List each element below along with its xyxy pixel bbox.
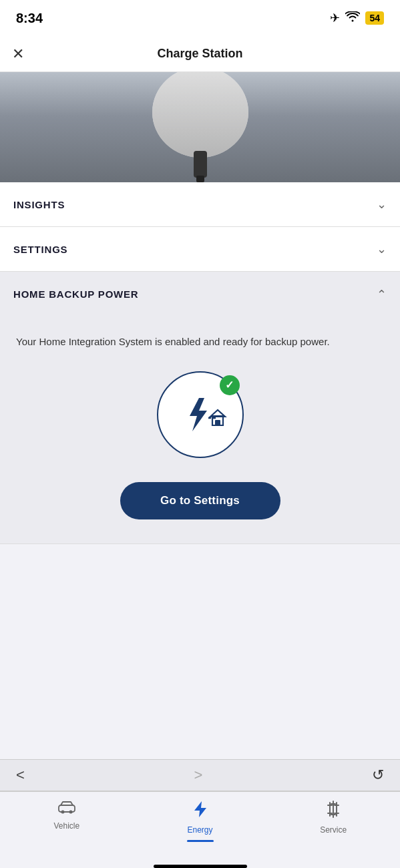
svg-marker-12 [194,801,206,817]
tab-service[interactable]: Service [266,797,400,845]
energy-icon [193,800,208,823]
svg-rect-2 [194,151,207,178]
page-header: ✕ Charge Station [0,36,400,72]
home-indicator [154,865,247,868]
home-backup-chevron-icon: ⌄ [377,286,387,301]
status-time: 8:34 [16,11,43,26]
back-button[interactable]: < [16,767,25,784]
nav-controls: < > ↺ [0,759,400,791]
nav-bar-wrapper: < > ↺ Vehicle Energy [0,759,400,868]
charger-illustration [140,72,260,182]
backup-status-icon-container: ✓ [16,371,384,458]
tab-energy[interactable]: Energy [134,797,267,845]
close-button[interactable]: ✕ [12,45,24,63]
backup-power-icon [174,395,227,435]
hero-image [0,72,400,182]
vehicle-icon [57,800,76,819]
service-icon [325,800,341,823]
refresh-button[interactable]: ↺ [372,767,384,784]
goto-settings-button[interactable]: Go to Settings [120,482,280,519]
svg-rect-8 [215,420,220,425]
settings-label: SETTINGS [13,244,67,255]
home-backup-label: HOME BACKUP POWER [13,288,139,300]
svg-point-11 [69,811,72,814]
forward-button[interactable]: > [194,767,203,784]
settings-header[interactable]: SETTINGS ⌄ [0,227,400,271]
svg-point-1 [152,72,248,158]
svg-rect-9 [59,805,75,812]
backup-check-icon: ✓ [220,375,240,395]
insights-label: INSIGHTS [13,199,65,210]
insights-accordion[interactable]: INSIGHTS ⌄ [0,182,400,227]
tab-vehicle[interactable]: Vehicle [0,797,134,845]
battery-level: 54 [365,11,384,25]
settings-accordion[interactable]: SETTINGS ⌄ [0,227,400,272]
active-tab-indicator [187,840,214,842]
service-tab-label: Service [320,825,347,835]
tab-bar: Vehicle Energy [0,791,400,861]
svg-marker-4 [190,398,207,431]
energy-tab-label: Energy [187,825,212,835]
status-icons: ✈ 54 [330,11,384,25]
status-bar: 8:34 ✈ 54 [0,0,400,36]
wifi-icon [345,11,360,25]
insights-chevron-icon: ⌄ [377,197,387,212]
home-backup-content: Your Home Integration System is enabled … [0,316,400,519]
svg-rect-3 [196,176,204,182]
home-backup-power-accordion[interactable]: HOME BACKUP POWER ⌄ Your Home Integratio… [0,272,400,544]
vehicle-tab-label: Vehicle [53,821,79,831]
backup-status-circle: ✓ [157,371,244,458]
page-title: Charge Station [157,47,242,61]
insights-header[interactable]: INSIGHTS ⌄ [0,182,400,226]
svg-point-10 [61,811,64,814]
settings-chevron-icon: ⌄ [377,242,387,256]
home-backup-header[interactable]: HOME BACKUP POWER ⌄ [0,272,400,316]
backup-description: Your Home Integration System is enabled … [16,335,384,350]
airplane-icon: ✈ [330,11,340,25]
